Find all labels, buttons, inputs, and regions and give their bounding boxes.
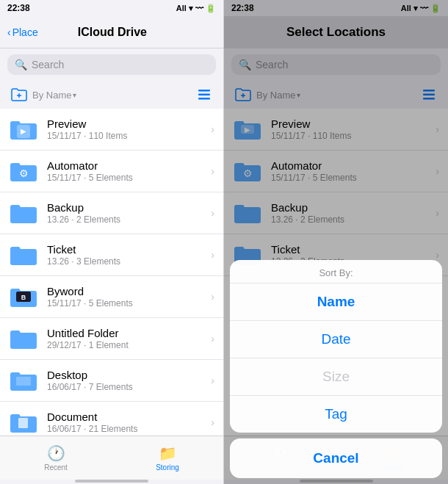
sort-option-name-label: Name [317,294,355,309]
left-sort-label: By Name [32,90,71,101]
file-chevron: › [211,207,214,219]
left-new-folder-button[interactable] [9,84,29,105]
file-meta: 15/11/17 · 5 Elements [47,173,211,183]
svg-text:B: B [21,294,26,301]
left-search-placeholder: Search [32,59,64,71]
file-name: Preview [47,118,211,130]
left-home-bar [75,480,148,483]
file-name: Desktop [47,369,211,381]
file-meta: 16/06/17 · 7 Elements [47,382,211,392]
left-back-label: Place [12,26,38,38]
file-chevron: › [211,249,214,261]
left-sort-button[interactable]: By Name ▾ [32,90,76,101]
svg-rect-10 [16,377,31,386]
list-item[interactable]: Untitled Folder 29/12/17 · 1 Element › [0,318,223,360]
folder-icon-desktop [9,366,38,395]
sort-sheet-inner: Sort By: Name Date Size Tag [230,260,442,433]
file-info: Desktop 16/06/17 · 7 Elements [47,369,211,392]
file-meta: 29/12/17 · 1 Element [47,340,211,350]
list-view-icon [197,87,212,102]
left-toolbar-left: By Name ▾ [9,84,76,105]
folder-icon-byword: B [9,282,38,311]
left-nav-bar: ‹ Place ICloud Drive [0,16,223,48]
sort-cancel-button[interactable]: Cancel [230,438,442,478]
new-folder-icon [9,84,29,105]
svg-rect-2 [198,90,210,92]
file-info: Ticket 13.26 · 3 Elements [47,243,211,267]
sort-option-tag-label: Tag [325,406,347,422]
left-sort-chevron: ▾ [73,91,76,99]
left-search-input-wrap[interactable]: 🔍 Search [7,54,216,75]
file-meta: 15/11/17 · 110 Items [47,131,211,141]
file-name: Document [47,411,211,423]
file-meta: 15/11/17 · 5 Elements [47,298,211,308]
left-file-list: ▶ Preview 15/11/17 · 110 Items › ⚙ Autom… [0,109,223,436]
file-info: Preview 15/11/17 · 110 Items [47,118,211,141]
right-panel: 22:38 All ▾ 〰 🔋 Select Locations ICloud … [224,0,448,484]
left-tab-storing-label: Storing [156,463,179,472]
left-panel: 22:38 All ▾ 〰 🔋 ‹ Place ICloud Drive 🔍 S… [0,0,224,484]
list-item[interactable]: ⚙ Automator 15/11/17 · 5 Elements › [0,151,223,192]
file-name: Untitled Folder [47,327,211,339]
folder-icon-ticket [9,240,38,270]
list-item[interactable]: ▶ Preview 15/11/17 · 110 Items › [0,109,223,151]
left-tab-storing[interactable]: 📁 Storing [156,444,179,472]
folder-icon-document [9,408,38,436]
left-back-chevron: ‹ [7,26,11,38]
list-item[interactable]: Ticket 13.26 · 3 Elements › [0,234,223,276]
list-item[interactable]: B Byword 15/11/17 · 5 Elements › [0,276,223,318]
folder-icon-backup [9,198,38,228]
left-status-bar: 22:38 All ▾ 〰 🔋 [0,0,223,16]
folder-icon-preview: ▶ [9,115,38,144]
file-chevron: › [211,416,214,428]
sort-option-name[interactable]: Name [230,283,442,321]
svg-rect-3 [198,94,210,96]
file-meta: 13.26 · 2 Elements [47,214,211,225]
file-chevron: › [211,291,214,303]
list-item[interactable]: Desktop 16/06/17 · 7 Elements › [0,360,223,402]
sort-option-size: Size [230,358,442,396]
file-name: Byword [47,285,211,297]
svg-rect-11 [18,418,28,428]
file-chevron: › [211,333,214,344]
file-info: Automator 15/11/17 · 5 Elements [47,159,211,183]
file-chevron: › [211,375,214,386]
left-tab-bar: 🕐 Recent 📁 Storing [0,436,223,480]
file-name: Automator [47,159,211,172]
left-list-view-button[interactable] [194,84,214,105]
file-info: Document 16/06/17 · 21 Elements [47,411,211,434]
svg-rect-4 [198,98,210,100]
folder-icon-automator: ⚙ [9,156,38,186]
left-tab-recent-label: Recent [44,463,68,472]
left-time: 22:38 [7,3,30,13]
file-chevron: › [211,123,214,135]
sort-sheet: Sort By: Name Date Size Tag Cancel [224,260,448,484]
left-nav-title: ICloud Drive [78,26,147,39]
file-info: Backup 13.26 · 2 Elements [47,201,211,225]
list-item[interactable]: Document 16/06/17 · 21 Elements › [0,402,223,436]
file-name: Ticket [47,243,211,256]
left-status-icons: All ▾ 〰 🔋 [176,4,216,13]
left-back-button[interactable]: ‹ Place [7,26,38,38]
left-home-indicator [0,480,223,484]
file-meta: 13.26 · 3 Elements [47,256,211,267]
left-search-bar: 🔍 Search [0,48,223,81]
file-info: Untitled Folder 29/12/17 · 1 Element [47,327,211,350]
left-search-icon: 🔍 [15,59,27,71]
list-item[interactable]: Backup 13.26 · 2 Elements › [0,192,223,234]
sort-option-date-label: Date [321,331,350,347]
sort-option-date[interactable]: Date [230,321,442,358]
storing-icon: 📁 [159,444,177,462]
file-meta: 16/06/17 · 21 Elements [47,424,211,434]
file-info: Byword 15/11/17 · 5 Elements [47,285,211,308]
file-name: Backup [47,201,211,214]
folder-icon-untitled [9,324,38,353]
svg-text:⚙: ⚙ [19,167,29,179]
sort-sheet-title: Sort By: [230,260,442,283]
file-chevron: › [211,165,214,177]
left-tab-recent[interactable]: 🕐 Recent [44,444,68,472]
svg-text:▶: ▶ [21,127,26,135]
sort-option-size-label: Size [322,369,350,384]
sort-option-tag[interactable]: Tag [230,396,442,433]
recent-icon: 🕐 [47,444,65,462]
